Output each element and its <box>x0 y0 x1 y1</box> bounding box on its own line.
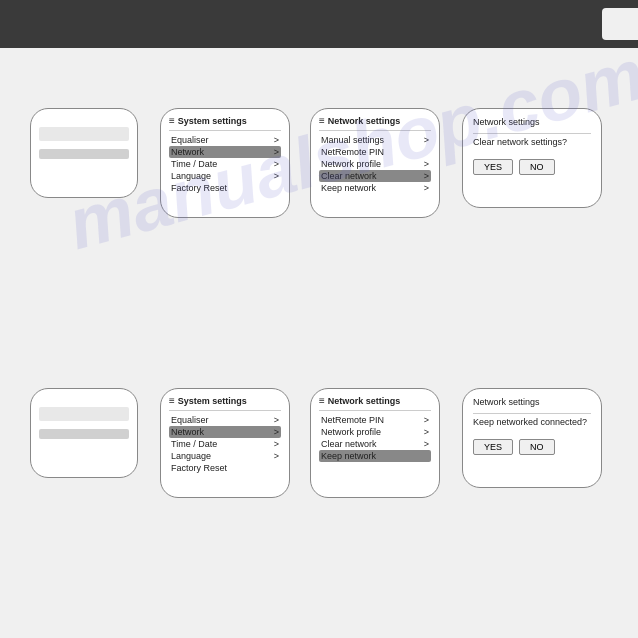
list-item[interactable]: Equaliser > <box>169 414 281 426</box>
list-item[interactable]: NetRemote PIN > <box>319 414 431 426</box>
yes-button-1[interactable]: YES <box>473 159 513 175</box>
device-screen-2-4: Network settings Keep networked connecte… <box>462 388 602 488</box>
menu-label: Clear network <box>321 439 377 449</box>
menu-label: Network profile <box>321 159 381 169</box>
dialog-title-2: Network settings <box>473 397 591 407</box>
screen-1-2-title: System settings <box>178 116 247 126</box>
menu-label: Factory Reset <box>171 463 227 473</box>
list-item-highlighted[interactable]: Network > <box>169 426 281 438</box>
list-item[interactable]: Language > <box>169 170 281 182</box>
arrow-icon: > <box>274 451 279 461</box>
menu-icon-2-2: ≡ <box>169 395 175 406</box>
screen-2-2-title: System settings <box>178 396 247 406</box>
dialog-question-1: Clear network settings? <box>473 137 591 149</box>
device-screen-1-2: ≡ System settings Equaliser > Network > … <box>160 108 290 218</box>
list-item[interactable]: Keep network > <box>319 182 431 194</box>
device-screen-1-4: Network settings Clear network settings?… <box>462 108 602 208</box>
list-item[interactable]: Clear network > <box>319 438 431 450</box>
menu-label: Factory Reset <box>171 183 227 193</box>
arrow-icon: > <box>274 135 279 145</box>
menu-label: Language <box>171 451 211 461</box>
screen-1-3-header: ≡ Network settings <box>319 115 431 126</box>
device-screen-2-3: ≡ Network settings NetRemote PIN > Netwo… <box>310 388 440 498</box>
device-screen-2-1 <box>30 388 138 478</box>
list-item[interactable]: Time / Date > <box>169 158 281 170</box>
list-item[interactable]: Network profile > <box>319 426 431 438</box>
list-item[interactable]: Equaliser > <box>169 134 281 146</box>
menu-label: Time / Date <box>171 159 217 169</box>
arrow-icon: > <box>424 427 429 437</box>
list-item[interactable]: Time / Date > <box>169 438 281 450</box>
device-screen-2-2: ≡ System settings Equaliser > Network > … <box>160 388 290 498</box>
device-screen-1-3: ≡ Network settings Manual settings > Net… <box>310 108 440 218</box>
menu-label: Network <box>171 147 204 157</box>
arrow-icon: > <box>274 415 279 425</box>
device-screen-1-1 <box>30 108 138 198</box>
menu-label: Network profile <box>321 427 381 437</box>
screen-1-2-header: ≡ System settings <box>169 115 281 126</box>
arrow-icon: > <box>274 439 279 449</box>
list-item[interactable]: Manual settings > <box>319 134 431 146</box>
menu-label: Equaliser <box>171 415 209 425</box>
arrow-icon: > <box>274 147 279 157</box>
menu-label: Keep network <box>321 451 376 461</box>
menu-label: Time / Date <box>171 439 217 449</box>
menu-label: Keep network <box>321 183 376 193</box>
list-item[interactable]: NetRemote PIN <box>319 146 431 158</box>
main-area: manualshop.com ≡ System settings Equalis… <box>0 48 638 638</box>
screen-2-3-title: Network settings <box>328 396 401 406</box>
yes-button-2[interactable]: YES <box>473 439 513 455</box>
menu-label: Clear network <box>321 171 377 181</box>
dialog-buttons-2: YES NO <box>473 439 591 455</box>
screen-2-2-header: ≡ System settings <box>169 395 281 406</box>
arrow-icon: > <box>274 159 279 169</box>
arrow-icon: > <box>274 171 279 181</box>
menu-label: Network <box>171 427 204 437</box>
arrow-icon: > <box>424 159 429 169</box>
top-bar <box>0 0 638 48</box>
list-item[interactable]: Factory Reset <box>169 462 281 474</box>
arrow-icon: > <box>424 415 429 425</box>
arrow-icon: > <box>424 439 429 449</box>
list-item[interactable]: Factory Reset <box>169 182 281 194</box>
screen-1-3-title: Network settings <box>328 116 401 126</box>
arrow-icon: > <box>424 135 429 145</box>
list-item[interactable]: Network profile > <box>319 158 431 170</box>
no-button-1[interactable]: NO <box>519 159 555 175</box>
menu-label: NetRemote PIN <box>321 147 384 157</box>
dialog-question-2: Keep networked connected? <box>473 417 591 429</box>
dialog-buttons-1: YES NO <box>473 159 591 175</box>
screen-2-3-header: ≡ Network settings <box>319 395 431 406</box>
top-bar-tab <box>602 8 638 40</box>
menu-label: NetRemote PIN <box>321 415 384 425</box>
arrow-icon: > <box>274 427 279 437</box>
no-button-2[interactable]: NO <box>519 439 555 455</box>
list-item[interactable]: Language > <box>169 450 281 462</box>
menu-label: Manual settings <box>321 135 384 145</box>
menu-icon-1-3: ≡ <box>319 115 325 126</box>
menu-icon-1-2: ≡ <box>169 115 175 126</box>
list-item-highlighted[interactable]: Network > <box>169 146 281 158</box>
dialog-title-1: Network settings <box>473 117 591 127</box>
menu-label: Language <box>171 171 211 181</box>
menu-label: Equaliser <box>171 135 209 145</box>
list-item-highlighted[interactable]: Clear network > <box>319 170 431 182</box>
menu-icon-2-3: ≡ <box>319 395 325 406</box>
arrow-icon: > <box>424 171 429 181</box>
list-item-highlighted[interactable]: Keep network <box>319 450 431 462</box>
arrow-icon: > <box>424 183 429 193</box>
